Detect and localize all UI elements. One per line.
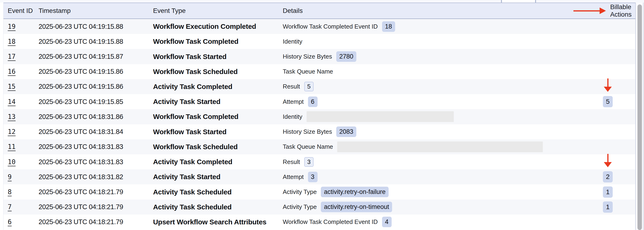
timestamp-text: 2025-06-23 UTC 04:18:31.83 (38, 143, 123, 150)
vertical-scrollbar-thumb[interactable] (638, 5, 642, 230)
detail-value-chip: 4 (382, 217, 392, 227)
event-id-link[interactable]: 17 (8, 53, 16, 60)
table-row[interactable]: 13 2025-06-23 UTC 04:18:31.86 Workflow T… (4, 109, 635, 124)
cutoff-control-above-table (501, 0, 536, 3)
timestamp-text: 2025-06-23 UTC 04:19:15.87 (38, 53, 123, 60)
detail-label: Attempt (283, 173, 304, 181)
detail-label: History Size Bytes (283, 53, 332, 60)
event-id-link[interactable]: 14 (8, 98, 16, 106)
event-type-text: Activity Task Completed (153, 158, 232, 166)
event-id-link[interactable]: 10 (8, 158, 16, 166)
detail-label: Identity (283, 113, 302, 121)
detail-label: History Size Bytes (283, 128, 332, 135)
event-id-link[interactable]: 9 (8, 173, 12, 181)
table-row[interactable]: 11 2025-06-23 UTC 04:18:31.83 Workflow T… (4, 139, 635, 154)
table-row[interactable]: 12 2025-06-23 UTC 04:18:31.84 Workflow T… (4, 124, 635, 139)
event-id-link[interactable]: 8 (8, 188, 12, 196)
event-id-link[interactable]: 13 (8, 113, 16, 121)
detail-value-chip: activity.retry-on-timeout (321, 202, 392, 212)
detail-label: Attempt (283, 98, 304, 105)
timestamp-text: 2025-06-23 UTC 04:18:31.83 (38, 158, 123, 166)
red-arrow-down-annotation-icon (604, 78, 612, 92)
event-id-link[interactable]: 16 (8, 68, 16, 75)
detail-label: Task Queue Name (283, 68, 333, 75)
detail-value-chip: 6 (308, 96, 318, 107)
table-row[interactable]: 8 2025-06-23 UTC 04:18:21.79 Activity Ta… (4, 184, 635, 199)
table-header-row: Event ID Timestamp Event Type Details Bi… (4, 3, 635, 19)
event-id-link[interactable]: 11 (8, 143, 16, 151)
detail-value-chip: 2083 (336, 127, 356, 137)
event-type-text: Workflow Task Completed (153, 38, 238, 45)
table-row[interactable]: 17 2025-06-23 UTC 04:19:15.87 Workflow T… (4, 49, 635, 64)
detail-value-chip: activity.retry-on-failure (321, 187, 388, 197)
detail-value-chip: 18 (382, 21, 395, 32)
timestamp-text: 2025-06-23 UTC 04:18:31.84 (38, 128, 123, 135)
event-id-link[interactable]: 6 (8, 218, 12, 226)
event-history-table: Event ID Timestamp Event Type Details Bi… (3, 3, 635, 230)
timestamp-text: 2025-06-23 UTC 04:19:15.88 (38, 23, 123, 30)
table-row[interactable]: 19 2025-06-23 UTC 04:19:15.88 Workflow E… (4, 19, 635, 34)
timestamp-text: 2025-06-23 UTC 04:19:15.88 (38, 38, 123, 45)
red-arrow-down-annotation-icon (604, 154, 612, 167)
billable-actions-header-label: Billable Actions (610, 3, 632, 18)
table-body: 19 2025-06-23 UTC 04:19:15.88 Workflow E… (4, 19, 635, 229)
column-header-details: Details (283, 7, 584, 15)
column-header-timestamp: Timestamp (38, 7, 153, 15)
event-type-text: Activity Task Scheduled (153, 188, 232, 196)
billable-count-chip: 2 (603, 171, 613, 182)
timestamp-text: 2025-06-23 UTC 04:18:31.86 (38, 113, 123, 121)
event-id-link[interactable]: 15 (8, 83, 16, 90)
table-row[interactable]: 18 2025-06-23 UTC 04:19:15.88 Workflow T… (4, 34, 635, 49)
event-id-link[interactable]: 19 (8, 23, 16, 31)
timestamp-text: 2025-06-23 UTC 04:18:31.82 (38, 173, 123, 181)
red-arrow-right-annotation-icon (574, 8, 606, 14)
detail-label: Identity (283, 38, 302, 45)
column-header-billable-actions: Billable Actions (584, 3, 635, 18)
timestamp-text: 2025-06-23 UTC 04:19:15.85 (38, 98, 123, 105)
table-row[interactable]: 10 2025-06-23 UTC 04:18:31.83 Activity T… (4, 154, 635, 169)
event-type-text: Workflow Task Completed (153, 113, 238, 121)
event-id-link[interactable]: 12 (8, 128, 16, 136)
event-type-text: Workflow Task Scheduled (153, 143, 238, 151)
table-row[interactable]: 6 2025-06-23 UTC 04:18:21.79 Upsert Work… (4, 214, 635, 229)
top-strip (0, 0, 644, 3)
detail-label: Workflow Task Completed Event ID (283, 23, 378, 30)
table-row[interactable]: 14 2025-06-23 UTC 04:19:15.85 Activity T… (4, 94, 635, 109)
event-type-text: Workflow Task Scheduled (153, 68, 238, 75)
event-type-text: Activity Task Completed (153, 83, 232, 90)
table-row[interactable]: 7 2025-06-23 UTC 04:18:21.79 Activity Ta… (4, 199, 635, 214)
event-type-text: Workflow Execution Completed (153, 23, 256, 30)
detail-label: Result (283, 158, 300, 166)
billable-count-chip: 5 (603, 96, 613, 107)
redacted-value-box (337, 142, 543, 152)
table-row[interactable]: 9 2025-06-23 UTC 04:18:31.82 Activity Ta… (4, 169, 635, 184)
timestamp-text: 2025-06-23 UTC 04:18:21.79 (38, 188, 123, 196)
event-type-text: Upsert Workflow Search Attributes (153, 218, 266, 226)
vertical-scrollbar-track[interactable] (635, 3, 644, 230)
detail-label: Activity Type (283, 203, 317, 210)
timestamp-text: 2025-06-23 UTC 04:18:21.79 (38, 218, 123, 225)
timestamp-text: 2025-06-23 UTC 04:18:21.79 (38, 203, 123, 210)
event-type-text: Workflow Task Started (153, 128, 226, 136)
column-header-event-type: Event Type (153, 7, 283, 15)
table-row[interactable]: 15 2025-06-23 UTC 04:19:15.86 Activity T… (4, 79, 635, 94)
event-id-link[interactable]: 7 (8, 203, 12, 211)
timestamp-text: 2025-06-23 UTC 04:19:15.86 (38, 83, 123, 90)
event-type-text: Workflow Task Started (153, 53, 226, 60)
event-type-text: Activity Task Scheduled (153, 203, 232, 211)
detail-label: Workflow Task Completed Event ID (283, 218, 378, 225)
timestamp-text: 2025-06-23 UTC 04:19:15.86 (38, 68, 123, 75)
detail-value-chip: 3 (308, 172, 318, 182)
event-type-text: Activity Task Started (153, 173, 220, 181)
detail-label: Result (283, 83, 300, 90)
detail-label: Task Queue Name (283, 143, 333, 150)
event-id-link[interactable]: 18 (8, 38, 16, 45)
column-header-event-id: Event ID (4, 7, 38, 15)
detail-label: Activity Type (283, 188, 317, 196)
detail-value-chip: 3 (304, 157, 314, 167)
billable-count-chip: 1 (603, 186, 613, 198)
table-row[interactable]: 16 2025-06-23 UTC 04:19:15.86 Workflow T… (4, 64, 635, 79)
billable-count-chip: 1 (603, 201, 613, 213)
event-type-text: Activity Task Started (153, 98, 220, 105)
redacted-value-box (306, 111, 454, 122)
